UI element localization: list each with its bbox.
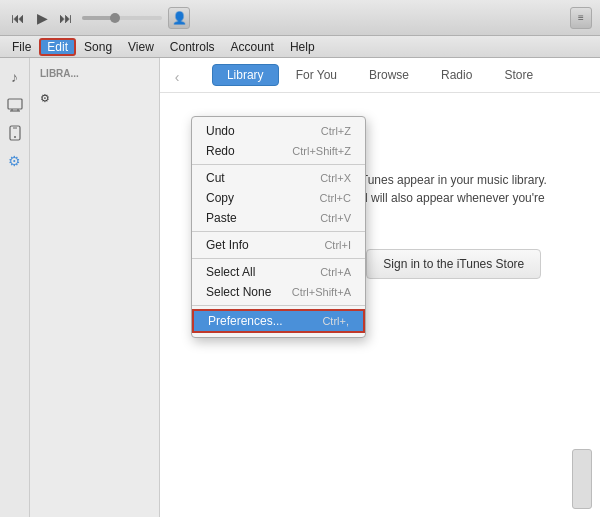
svg-rect-0 (8, 99, 22, 109)
menu-file[interactable]: File (4, 38, 39, 56)
select-none-shortcut: Ctrl+Shift+A (292, 286, 351, 298)
cut-label: Cut (206, 171, 225, 185)
menu-edit[interactable]: Edit (39, 38, 76, 56)
dropdown-menu-container: Undo Ctrl+Z Redo Ctrl+Shift+Z Cut Ctrl+X… (191, 116, 366, 338)
left-panel-header: Libra... (30, 66, 159, 81)
separator-3 (192, 258, 365, 259)
nav-tabs: ‹ Library For You Browse Radio Store (160, 58, 600, 93)
separator-4 (192, 305, 365, 306)
menu-item-paste[interactable]: Paste Ctrl+V (192, 208, 365, 228)
menu-help[interactable]: Help (282, 38, 323, 56)
menu-item-select-none[interactable]: Select None Ctrl+Shift+A (192, 282, 365, 302)
copy-label: Copy (206, 191, 234, 205)
separator-1 (192, 164, 365, 165)
menu-item-copy[interactable]: Copy Ctrl+C (192, 188, 365, 208)
menu-view[interactable]: View (120, 38, 162, 56)
menu-item-select-all[interactable]: Select All Ctrl+A (192, 262, 365, 282)
tab-store[interactable]: Store (489, 64, 548, 86)
profile-button[interactable]: 👤 (168, 7, 190, 29)
sidebar: ♪ ⚙ (0, 58, 30, 517)
select-all-label: Select All (206, 265, 255, 279)
play-button[interactable]: ▶ (32, 8, 52, 28)
tab-radio[interactable]: Radio (426, 64, 487, 86)
transport-controls: ⏮ ▶ ⏭ (8, 8, 76, 28)
sidebar-icon-media[interactable] (4, 94, 26, 116)
menu-item-redo[interactable]: Redo Ctrl+Shift+Z (192, 141, 365, 161)
progress-bar[interactable] (82, 16, 162, 20)
sign-in-store-button[interactable]: Sign in to the iTunes Store (366, 249, 541, 279)
list-view-button[interactable]: ≡ (570, 7, 592, 29)
preferences-shortcut: Ctrl+, (322, 315, 349, 327)
edit-dropdown-menu: Undo Ctrl+Z Redo Ctrl+Shift+Z Cut Ctrl+X… (191, 116, 366, 338)
volume-slider[interactable] (572, 449, 592, 509)
redo-shortcut: Ctrl+Shift+Z (292, 145, 351, 157)
menu-item-undo[interactable]: Undo Ctrl+Z (192, 121, 365, 141)
sidebar-icon-device[interactable] (4, 122, 26, 144)
tab-for-you[interactable]: For You (281, 64, 352, 86)
rewind-button[interactable]: ⏮ (8, 8, 28, 28)
left-panel-settings-item[interactable]: ⚙ (30, 89, 159, 108)
preferences-label: Preferences... (208, 314, 283, 328)
select-none-label: Select None (206, 285, 271, 299)
svg-point-5 (14, 136, 16, 138)
tab-library[interactable]: Library (212, 64, 279, 86)
settings-icon: ⚙ (40, 92, 50, 105)
menu-item-cut[interactable]: Cut Ctrl+X (192, 168, 365, 188)
fast-forward-button[interactable]: ⏭ (56, 8, 76, 28)
sidebar-icon-settings[interactable]: ⚙ (4, 150, 26, 172)
tab-browse[interactable]: Browse (354, 64, 424, 86)
redo-label: Redo (206, 144, 235, 158)
copy-shortcut: Ctrl+C (320, 192, 351, 204)
separator-2 (192, 231, 365, 232)
left-panel: Libra... ⚙ (30, 58, 160, 517)
undo-shortcut: Ctrl+Z (321, 125, 351, 137)
cut-shortcut: Ctrl+X (320, 172, 351, 184)
sidebar-icon-music[interactable]: ♪ (4, 66, 26, 88)
get-info-label: Get Info (206, 238, 249, 252)
get-info-shortcut: Ctrl+I (324, 239, 351, 251)
back-button[interactable]: ‹ (168, 68, 186, 86)
paste-label: Paste (206, 211, 237, 225)
menu-bar: File Edit Song View Controls Account Hel… (0, 36, 600, 58)
menu-item-get-info[interactable]: Get Info Ctrl+I (192, 235, 365, 255)
menu-controls[interactable]: Controls (162, 38, 223, 56)
select-all-shortcut: Ctrl+A (320, 266, 351, 278)
undo-label: Undo (206, 124, 235, 138)
main-layout: ♪ ⚙ Libra... ⚙ ‹ (0, 58, 600, 517)
paste-shortcut: Ctrl+V (320, 212, 351, 224)
progress-knob[interactable] (110, 13, 120, 23)
title-bar: ⏮ ▶ ⏭ 👤 ≡ (0, 0, 600, 36)
menu-account[interactable]: Account (223, 38, 282, 56)
left-panel-section-library: Libra... (30, 66, 159, 81)
menu-song[interactable]: Song (76, 38, 120, 56)
menu-item-preferences[interactable]: Preferences... Ctrl+, (192, 309, 365, 333)
content-area: ‹ Library For You Browse Radio Store Mus… (160, 58, 600, 517)
